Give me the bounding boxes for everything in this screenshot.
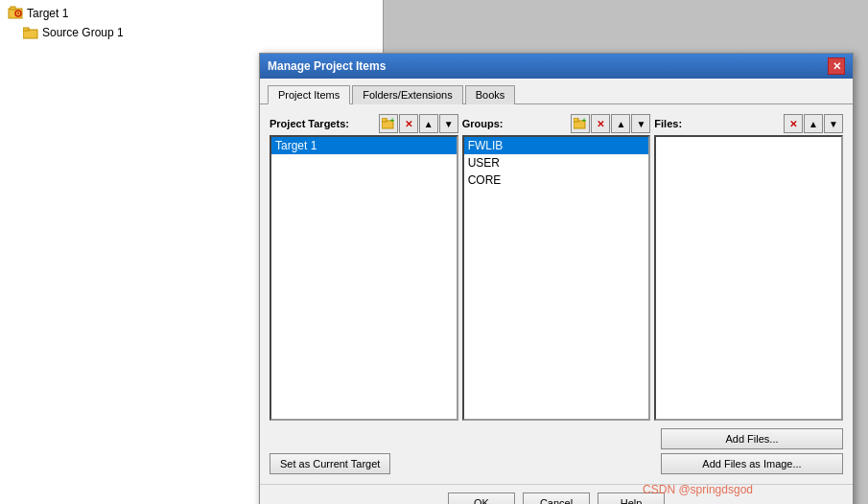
project-targets-down-btn[interactable] — [439, 114, 458, 133]
dialog-close-button[interactable]: ✕ — [828, 57, 845, 75]
bottom-left: Set as Current Target — [270, 428, 661, 474]
add-files-image-button[interactable]: Add Files as Image... — [661, 453, 843, 474]
dialog-title: Manage Project Items — [268, 59, 386, 73]
dialog-footer: OK Cancel Help — [260, 484, 853, 504]
svg-rect-10 — [574, 118, 578, 122]
list-item[interactable]: USER — [464, 154, 649, 172]
files-delete-btn[interactable]: ✕ — [784, 114, 803, 133]
project-targets-new-btn[interactable]: + — [379, 114, 398, 133]
add-files-button[interactable]: Add Files... — [661, 428, 843, 449]
manage-project-items-dialog: Manage Project Items ✕ Project Items Fol… — [259, 53, 854, 504]
files-label: Files: — [654, 118, 682, 129]
project-targets-panel: Project Targets: + ✕ — [270, 114, 458, 421]
svg-rect-1 — [11, 7, 15, 10]
list-item[interactable]: Target 1 — [271, 137, 457, 154]
tree-item-sourcegroup1[interactable]: Source Group 1 — [0, 23, 383, 42]
groups-delete-btn[interactable]: ✕ — [591, 114, 610, 133]
project-targets-label: Project Targets: — [270, 118, 349, 129]
list-item[interactable]: FWLIB — [464, 137, 649, 154]
tree-item-label: Source Group 1 — [42, 26, 124, 39]
ok-button[interactable]: OK — [448, 493, 515, 504]
bottom-area: Set as Current Target Add Files... Add F… — [270, 428, 843, 474]
bottom-right: Add Files... Add Files as Image... — [661, 428, 843, 474]
tab-folders-extensions[interactable]: Folders/Extensions — [352, 85, 463, 104]
panels-row: Project Targets: + ✕ — [270, 114, 843, 421]
project-targets-delete-btn[interactable]: ✕ — [399, 114, 418, 133]
groups-new-btn[interactable]: + — [571, 114, 590, 133]
watermark: CSDN @springdsgod — [643, 483, 753, 496]
tab-project-items[interactable]: Project Items — [268, 85, 350, 104]
groups-label: Groups: — [462, 118, 504, 129]
files-panel: Files: ✕ — [654, 114, 843, 421]
set-current-target-button[interactable]: Set as Current Target — [270, 453, 390, 474]
svg-rect-7 — [382, 118, 387, 122]
groups-list[interactable]: FWLIB USER CORE — [462, 135, 651, 421]
project-targets-buttons: + ✕ — [379, 114, 458, 133]
cancel-button[interactable]: Cancel — [523, 493, 590, 504]
project-targets-up-btn[interactable] — [419, 114, 438, 133]
svg-text:+: + — [390, 118, 394, 124]
groups-down-btn[interactable] — [631, 114, 650, 133]
dialog-titlebar: Manage Project Items ✕ — [260, 54, 853, 79]
groups-buttons: + ✕ — [571, 114, 650, 133]
dialog-body: Project Targets: + ✕ — [260, 104, 853, 484]
files-header: Files: ✕ — [654, 114, 843, 133]
project-targets-header: Project Targets: + ✕ — [270, 114, 458, 133]
svg-rect-5 — [23, 28, 29, 31]
tree-item-label: Target 1 — [27, 7, 68, 20]
tab-books[interactable]: Books — [465, 85, 516, 104]
files-up-btn[interactable] — [804, 114, 823, 133]
tabs-bar: Project Items Folders/Extensions Books — [260, 79, 853, 104]
svg-point-3 — [17, 12, 19, 14]
svg-text:+: + — [582, 118, 586, 124]
groups-header: Groups: + ✕ — [462, 114, 651, 133]
files-down-btn[interactable] — [824, 114, 843, 133]
tree-item-target1[interactable]: Target 1 — [0, 4, 383, 23]
list-item[interactable]: CORE — [464, 172, 649, 189]
files-buttons: ✕ — [784, 114, 843, 133]
target-icon — [8, 6, 23, 21]
folder-icon — [23, 25, 38, 40]
project-targets-list[interactable]: Target 1 — [270, 135, 458, 421]
groups-up-btn[interactable] — [611, 114, 630, 133]
groups-panel: Groups: + ✕ — [462, 114, 651, 421]
files-list[interactable] — [654, 135, 843, 421]
